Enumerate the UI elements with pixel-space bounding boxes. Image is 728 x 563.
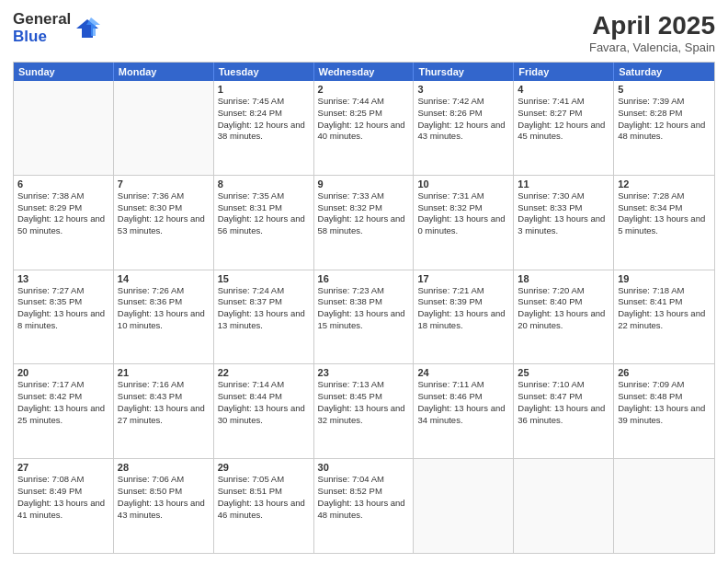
day-number: 9 xyxy=(318,178,410,190)
calendar-cell xyxy=(514,459,614,553)
day-number: 18 xyxy=(518,273,609,284)
calendar-cell: 7Sunrise: 7:36 AMSunset: 8:30 PMDaylight… xyxy=(114,176,214,270)
day-info: Sunrise: 7:14 AMSunset: 8:44 PMDaylight:… xyxy=(218,379,310,426)
logo-blue: Blue xyxy=(13,29,71,46)
calendar-cell: 25Sunrise: 7:10 AMSunset: 8:47 PMDayligh… xyxy=(514,364,614,458)
calendar-cell: 15Sunrise: 7:24 AMSunset: 8:37 PMDayligh… xyxy=(214,270,314,364)
calendar-cell: 22Sunrise: 7:14 AMSunset: 8:44 PMDayligh… xyxy=(214,364,314,458)
calendar-cell: 5Sunrise: 7:39 AMSunset: 8:28 PMDaylight… xyxy=(614,81,714,175)
calendar-cell xyxy=(614,459,714,553)
calendar-cell: 13Sunrise: 7:27 AMSunset: 8:35 PMDayligh… xyxy=(14,270,114,364)
calendar-cell: 17Sunrise: 7:21 AMSunset: 8:39 PMDayligh… xyxy=(414,270,514,364)
calendar-cell: 27Sunrise: 7:08 AMSunset: 8:49 PMDayligh… xyxy=(14,459,114,553)
logo: General Blue xyxy=(13,11,100,45)
day-number: 15 xyxy=(218,273,310,284)
calendar-row: 13Sunrise: 7:27 AMSunset: 8:35 PMDayligh… xyxy=(14,270,714,364)
day-info: Sunrise: 7:45 AMSunset: 8:24 PMDaylight:… xyxy=(218,96,310,143)
main-title: April 2025 xyxy=(589,11,715,40)
calendar-cell: 12Sunrise: 7:28 AMSunset: 8:34 PMDayligh… xyxy=(614,176,714,270)
calendar-cell: 8Sunrise: 7:35 AMSunset: 8:31 PMDaylight… xyxy=(214,176,314,270)
logo-general: General xyxy=(13,11,71,29)
calendar: SundayMondayTuesdayWednesdayThursdayFrid… xyxy=(13,62,715,554)
subtitle: Favara, Valencia, Spain xyxy=(589,40,715,54)
calendar-header: SundayMondayTuesdayWednesdayThursdayFrid… xyxy=(14,63,714,81)
calendar-header-cell: Thursday xyxy=(414,63,514,81)
calendar-cell: 26Sunrise: 7:09 AMSunset: 8:48 PMDayligh… xyxy=(614,364,714,458)
day-number: 14 xyxy=(118,273,210,284)
day-info: Sunrise: 7:39 AMSunset: 8:28 PMDaylight:… xyxy=(618,96,711,143)
title-area: April 2025 Favara, Valencia, Spain xyxy=(589,11,715,54)
day-info: Sunrise: 7:06 AMSunset: 8:50 PMDaylight:… xyxy=(118,474,210,521)
day-info: Sunrise: 7:38 AMSunset: 8:29 PMDaylight:… xyxy=(17,190,109,237)
header: General Blue April 2025 Favara, Valencia… xyxy=(13,11,715,54)
day-number: 30 xyxy=(318,462,410,473)
day-info: Sunrise: 7:31 AMSunset: 8:32 PMDaylight:… xyxy=(417,190,509,237)
day-number: 6 xyxy=(17,178,109,190)
day-number: 19 xyxy=(618,273,711,284)
day-info: Sunrise: 7:36 AMSunset: 8:30 PMDaylight:… xyxy=(118,190,210,237)
day-info: Sunrise: 7:17 AMSunset: 8:42 PMDaylight:… xyxy=(17,379,109,426)
day-number: 10 xyxy=(417,178,509,190)
calendar-cell: 29Sunrise: 7:05 AMSunset: 8:51 PMDayligh… xyxy=(214,459,314,553)
calendar-row: 6Sunrise: 7:38 AMSunset: 8:29 PMDaylight… xyxy=(14,175,714,270)
calendar-cell: 24Sunrise: 7:11 AMSunset: 8:46 PMDayligh… xyxy=(414,364,514,458)
calendar-cell: 9Sunrise: 7:33 AMSunset: 8:32 PMDaylight… xyxy=(314,176,415,270)
day-number: 13 xyxy=(17,273,109,284)
day-info: Sunrise: 7:20 AMSunset: 8:40 PMDaylight:… xyxy=(518,285,609,332)
calendar-cell: 21Sunrise: 7:16 AMSunset: 8:43 PMDayligh… xyxy=(114,364,214,458)
calendar-cell: 10Sunrise: 7:31 AMSunset: 8:32 PMDayligh… xyxy=(414,176,514,270)
day-info: Sunrise: 7:13 AMSunset: 8:45 PMDaylight:… xyxy=(318,379,410,426)
calendar-body: 1Sunrise: 7:45 AMSunset: 8:24 PMDaylight… xyxy=(14,81,714,553)
day-info: Sunrise: 7:21 AMSunset: 8:39 PMDaylight:… xyxy=(417,285,509,332)
day-number: 3 xyxy=(417,84,509,95)
calendar-header-cell: Tuesday xyxy=(214,63,314,81)
day-number: 24 xyxy=(417,367,509,378)
day-number: 21 xyxy=(118,367,210,378)
day-info: Sunrise: 7:33 AMSunset: 8:32 PMDaylight:… xyxy=(318,190,410,237)
day-number: 17 xyxy=(417,273,509,284)
day-number: 22 xyxy=(218,367,310,378)
day-number: 27 xyxy=(17,462,109,473)
day-number: 20 xyxy=(17,367,109,378)
day-info: Sunrise: 7:11 AMSunset: 8:46 PMDaylight:… xyxy=(417,379,509,426)
logo-icon xyxy=(74,16,100,41)
day-number: 23 xyxy=(318,367,410,378)
day-info: Sunrise: 7:24 AMSunset: 8:37 PMDaylight:… xyxy=(218,285,310,332)
day-number: 8 xyxy=(218,178,310,190)
calendar-row: 27Sunrise: 7:08 AMSunset: 8:49 PMDayligh… xyxy=(14,458,714,553)
day-info: Sunrise: 7:08 AMSunset: 8:49 PMDaylight:… xyxy=(17,474,109,521)
day-info: Sunrise: 7:35 AMSunset: 8:31 PMDaylight:… xyxy=(218,190,310,237)
day-info: Sunrise: 7:05 AMSunset: 8:51 PMDaylight:… xyxy=(218,474,310,521)
calendar-cell: 4Sunrise: 7:41 AMSunset: 8:27 PMDaylight… xyxy=(514,81,614,175)
calendar-cell: 30Sunrise: 7:04 AMSunset: 8:52 PMDayligh… xyxy=(314,459,415,553)
calendar-row: 1Sunrise: 7:45 AMSunset: 8:24 PMDaylight… xyxy=(14,81,714,175)
day-info: Sunrise: 7:23 AMSunset: 8:38 PMDaylight:… xyxy=(318,285,410,332)
calendar-cell: 2Sunrise: 7:44 AMSunset: 8:25 PMDaylight… xyxy=(314,81,415,175)
day-number: 26 xyxy=(618,367,711,378)
calendar-cell: 20Sunrise: 7:17 AMSunset: 8:42 PMDayligh… xyxy=(14,364,114,458)
calendar-row: 20Sunrise: 7:17 AMSunset: 8:42 PMDayligh… xyxy=(14,363,714,458)
logo-text: General Blue xyxy=(13,11,71,45)
calendar-cell: 3Sunrise: 7:42 AMSunset: 8:26 PMDaylight… xyxy=(414,81,514,175)
day-info: Sunrise: 7:42 AMSunset: 8:26 PMDaylight:… xyxy=(417,96,509,143)
calendar-cell: 28Sunrise: 7:06 AMSunset: 8:50 PMDayligh… xyxy=(114,459,214,553)
day-number: 2 xyxy=(318,84,410,95)
day-info: Sunrise: 7:09 AMSunset: 8:48 PMDaylight:… xyxy=(618,379,711,426)
day-number: 12 xyxy=(618,178,711,190)
calendar-cell xyxy=(414,459,514,553)
day-number: 16 xyxy=(318,273,410,284)
calendar-header-cell: Friday xyxy=(514,63,614,81)
calendar-header-cell: Sunday xyxy=(14,63,114,81)
day-info: Sunrise: 7:27 AMSunset: 8:35 PMDaylight:… xyxy=(17,285,109,332)
calendar-cell: 19Sunrise: 7:18 AMSunset: 8:41 PMDayligh… xyxy=(614,270,714,364)
day-info: Sunrise: 7:44 AMSunset: 8:25 PMDaylight:… xyxy=(318,96,410,143)
calendar-cell xyxy=(14,81,114,175)
day-number: 7 xyxy=(118,178,210,190)
day-info: Sunrise: 7:18 AMSunset: 8:41 PMDaylight:… xyxy=(618,285,711,332)
calendar-cell: 16Sunrise: 7:23 AMSunset: 8:38 PMDayligh… xyxy=(314,270,415,364)
day-number: 4 xyxy=(518,84,609,95)
day-info: Sunrise: 7:04 AMSunset: 8:52 PMDaylight:… xyxy=(318,474,410,521)
day-info: Sunrise: 7:30 AMSunset: 8:33 PMDaylight:… xyxy=(518,190,609,237)
day-info: Sunrise: 7:41 AMSunset: 8:27 PMDaylight:… xyxy=(518,96,609,143)
day-number: 11 xyxy=(518,178,609,190)
